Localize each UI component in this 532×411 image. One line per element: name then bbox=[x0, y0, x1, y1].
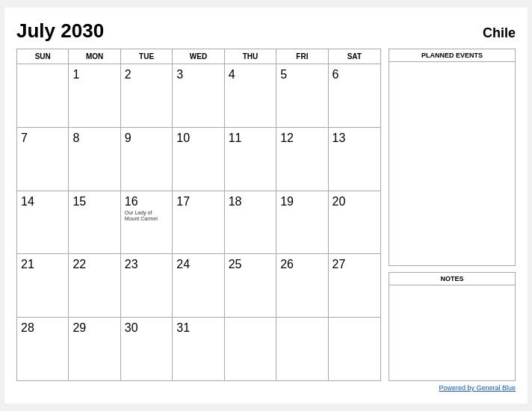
calendar-cell: 30 bbox=[121, 318, 173, 380]
day-header-sun: SUN bbox=[17, 49, 69, 64]
week-row-3: 14 15 16 Our Lady ofMount Carmel 17 18 1… bbox=[17, 191, 380, 255]
calendar-cell: 21 bbox=[17, 254, 69, 317]
day-header-tue: TUE bbox=[121, 49, 173, 64]
footer: Powered by General Blue bbox=[16, 384, 516, 392]
planned-events-body bbox=[389, 62, 515, 265]
day-header-thu: THU bbox=[225, 49, 276, 64]
event-our-lady-mount-carmel: Our Lady ofMount Carmel bbox=[125, 210, 168, 223]
week-row-4: 21 22 23 24 25 26 27 bbox=[17, 254, 380, 318]
calendar-cell bbox=[225, 318, 276, 380]
week-row-1: 1 2 3 4 5 6 bbox=[17, 64, 380, 128]
main-content: SUN MON TUE WED THU FRI SAT 1 2 3 4 5 6 bbox=[16, 49, 516, 381]
calendar-cell bbox=[329, 318, 380, 380]
calendar-cell: 9 bbox=[121, 128, 173, 191]
calendar-cell: 4 bbox=[225, 64, 276, 127]
side-section: PLANNED EVENTS NOTES bbox=[389, 49, 516, 381]
calendar-cell bbox=[276, 318, 328, 380]
day-header-mon: MON bbox=[69, 49, 120, 64]
planned-events-header: PLANNED EVENTS bbox=[389, 49, 515, 62]
day-header-sat: SAT bbox=[329, 49, 380, 64]
calendar-cell: 12 bbox=[276, 128, 328, 191]
calendar-grid: 1 2 3 4 5 6 7 8 9 10 11 12 13 bbox=[17, 64, 380, 380]
notes-header: NOTES bbox=[389, 273, 515, 285]
calendar-cell: 2 bbox=[121, 64, 173, 127]
calendar-cell: 13 bbox=[329, 128, 380, 191]
calendar-cell: 26 bbox=[276, 254, 328, 317]
calendar-cell: 28 bbox=[17, 318, 69, 380]
month-year-title: July 2030 bbox=[16, 19, 104, 43]
calendar-cell: 18 bbox=[225, 191, 276, 254]
calendar-cell: 7 bbox=[17, 128, 69, 191]
week-row-2: 7 8 9 10 11 12 13 bbox=[17, 128, 380, 191]
notes-box: NOTES bbox=[389, 272, 516, 381]
calendar-cell: 6 bbox=[329, 64, 380, 127]
calendar-grid-section: SUN MON TUE WED THU FRI SAT 1 2 3 4 5 6 bbox=[16, 49, 381, 381]
calendar-cell: 3 bbox=[173, 64, 224, 127]
calendar-page: July 2030 Chile SUN MON TUE WED THU FRI … bbox=[4, 7, 528, 404]
day-headers-row: SUN MON TUE WED THU FRI SAT bbox=[17, 49, 380, 64]
calendar-cell: 20 bbox=[329, 191, 380, 254]
calendar-cell-16-our-lady: 16 Our Lady ofMount Carmel bbox=[121, 191, 173, 254]
notes-body bbox=[389, 285, 515, 380]
calendar-cell bbox=[17, 64, 69, 127]
calendar-cell: 29 bbox=[69, 318, 120, 380]
calendar-cell: 10 bbox=[173, 128, 224, 191]
calendar-cell: 8 bbox=[69, 128, 120, 191]
country-title: Chile bbox=[483, 25, 516, 41]
week-row-5: 28 29 30 31 bbox=[17, 318, 380, 380]
planned-events-box: PLANNED EVENTS bbox=[389, 49, 516, 266]
calendar-cell: 25 bbox=[225, 254, 276, 317]
calendar-cell: 27 bbox=[329, 254, 380, 317]
calendar-cell: 11 bbox=[225, 128, 276, 191]
day-header-wed: WED bbox=[173, 49, 224, 64]
calendar-cell: 22 bbox=[69, 254, 120, 317]
calendar-cell: 17 bbox=[173, 191, 224, 254]
calendar-cell: 5 bbox=[276, 64, 328, 127]
calendar-cell: 24 bbox=[173, 254, 224, 317]
calendar-cell: 31 bbox=[173, 318, 224, 380]
calendar-cell: 19 bbox=[276, 191, 328, 254]
calendar-cell: 14 bbox=[17, 191, 69, 254]
powered-by-link[interactable]: Powered by General Blue bbox=[439, 384, 516, 392]
day-header-fri: FRI bbox=[276, 49, 328, 64]
calendar-header: July 2030 Chile bbox=[16, 19, 516, 43]
calendar-cell: 15 bbox=[69, 191, 120, 254]
calendar-cell: 23 bbox=[121, 254, 173, 317]
calendar-cell: 1 bbox=[69, 64, 120, 127]
